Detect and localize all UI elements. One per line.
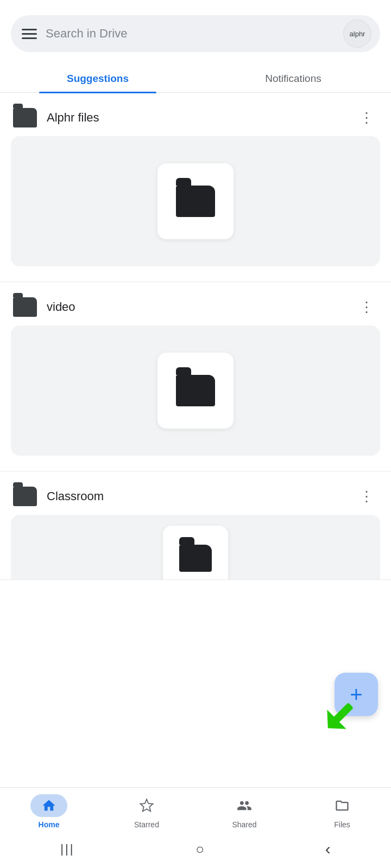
hamburger-icon[interactable] [22, 29, 37, 39]
folder-icon-large-video [176, 375, 215, 406]
preview-inner-classroom [163, 526, 228, 580]
preview-card-alphr[interactable] [11, 136, 380, 266]
bottom-nav: Home Starred Shared [0, 787, 391, 868]
nav-label-shared: Shared [232, 820, 256, 829]
nav-item-home[interactable]: Home [0, 794, 98, 829]
file-name-classroom: Classroom [47, 489, 345, 503]
nav-item-files[interactable]: Files [293, 794, 391, 829]
folder-icon [13, 108, 37, 127]
more-options-video[interactable]: ⋮ [355, 298, 378, 316]
file-section-classroom: Classroom ⋮ [0, 471, 391, 580]
nav-back-icon: ‹ [325, 840, 331, 858]
preview-inner-alphr [157, 163, 234, 239]
system-bar: ||| ○ ‹ [0, 834, 391, 868]
file-header-classroom: Classroom ⋮ [0, 471, 391, 515]
folder-icon-video [13, 297, 37, 317]
home-icon-wrap [30, 794, 67, 817]
file-section-video: video ⋮ [0, 282, 391, 471]
search-bar[interactable]: Search in Drive alphr [11, 15, 380, 52]
file-name-video: video [47, 300, 345, 314]
nav-item-starred[interactable]: Starred [98, 794, 195, 829]
preview-card-classroom[interactable] [11, 515, 380, 580]
folder-icon-large-classroom [179, 545, 212, 572]
home-icon [41, 798, 56, 813]
shared-icon-wrap [226, 794, 263, 817]
files-icon [335, 798, 350, 813]
nav-items: Home Starred Shared [0, 788, 391, 834]
green-arrow-icon [320, 698, 358, 736]
files-icon-wrap [324, 794, 361, 817]
file-name-alphr: Alphr files [47, 111, 345, 125]
preview-card-video[interactable] [11, 326, 380, 456]
arrow-indicator [320, 698, 358, 738]
tab-suggestions[interactable]: Suggestions [0, 63, 195, 92]
more-options-classroom[interactable]: ⋮ [355, 487, 378, 506]
file-section-alphr: Alphr files ⋮ [0, 93, 391, 282]
tab-notifications[interactable]: Notifications [195, 63, 391, 92]
file-header-alphr: Alphr files ⋮ [0, 93, 391, 136]
search-input[interactable]: Search in Drive [46, 27, 335, 41]
people-icon [237, 798, 252, 813]
folder-icon-large-alphr [176, 186, 215, 217]
file-header-video: video ⋮ [0, 282, 391, 326]
starred-icon-wrap [128, 794, 165, 817]
avatar[interactable]: alphr [343, 20, 371, 48]
nav-home-circle-icon: ○ [195, 841, 204, 858]
preview-inner-video [157, 353, 234, 429]
nav-bars-icon: ||| [60, 842, 74, 856]
nav-item-shared[interactable]: Shared [195, 794, 293, 829]
folder-icon-classroom [13, 487, 37, 506]
tabs-bar: Suggestions Notifications [0, 63, 391, 93]
more-options-alphr[interactable]: ⋮ [355, 108, 378, 127]
nav-label-starred: Starred [134, 820, 159, 829]
star-icon [139, 798, 154, 813]
nav-label-home: Home [39, 820, 60, 829]
nav-label-files: Files [334, 820, 350, 829]
